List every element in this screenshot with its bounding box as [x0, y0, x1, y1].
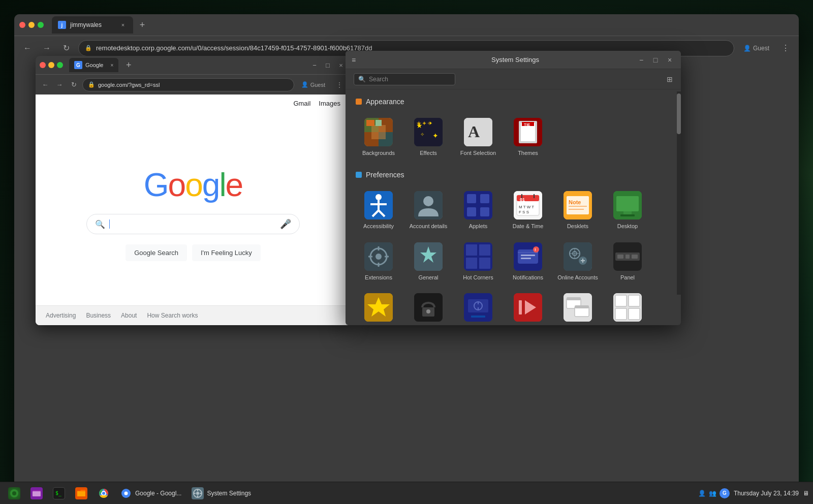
inner-profile-btn[interactable]: 👤 Guest	[297, 79, 329, 90]
ss-item-preferred-applications[interactable]: Preferred Applications	[356, 289, 401, 325]
inner-menu-btn[interactable]: ⋮	[332, 78, 347, 92]
svg-rect-3	[371, 125, 386, 139]
screensaver-label: Screensaver	[462, 325, 494, 325]
ss-close-btn[interactable]: ×	[665, 55, 675, 65]
inner-new-tab-button[interactable]: +	[121, 58, 136, 72]
ss-item-window-tiling[interactable]: Window Tiling	[605, 289, 650, 325]
taskbar-google-icon[interactable]: G	[720, 488, 730, 498]
minimize-button-outer[interactable]	[28, 22, 35, 28]
inner-profile-icon: 👤	[301, 81, 308, 88]
how-search-works-link[interactable]: How Search works	[147, 312, 198, 319]
inner-maximize-win-btn[interactable]: □	[322, 59, 333, 71]
ss-title: System Settings	[356, 56, 675, 64]
ss-item-applets[interactable]: Applets	[455, 187, 501, 234]
taskbar-file-manager[interactable]	[26, 484, 47, 502]
ss-scrollbar[interactable]	[677, 91, 681, 295]
inner-maximize-button[interactable]	[57, 62, 63, 68]
inner-reload-btn[interactable]: ↻	[68, 79, 79, 90]
taskbar-terminal[interactable]: $_	[49, 484, 69, 502]
ss-item-privacy[interactable]: Privacy	[405, 289, 451, 325]
traffic-lights	[19, 22, 44, 28]
active-tab[interactable]: j jimmywales ×	[52, 16, 133, 34]
ss-item-screensaver[interactable]: Screensaver	[455, 289, 501, 325]
account-details-icon	[414, 191, 443, 219]
ss-search-placeholder: Search	[369, 76, 388, 83]
taskbar-system-settings-task[interactable]: System Settings	[187, 484, 255, 502]
backgrounds-label: Backgrounds	[362, 149, 395, 156]
ss-item-desktop[interactable]: Desktop	[605, 187, 650, 234]
ss-item-extensions[interactable]: Extensions	[356, 238, 401, 285]
mic-icon[interactable]: 🎤	[280, 218, 291, 230]
advertising-link[interactable]: Advertising	[46, 312, 76, 319]
ss-item-online-accounts[interactable]: Online Accounts	[555, 238, 601, 285]
ss-item-backgrounds[interactable]: Backgrounds	[356, 114, 401, 161]
svg-rect-27	[467, 194, 476, 203]
back-button[interactable]: ←	[20, 41, 35, 55]
profile-button[interactable]: 👤 Guest	[739, 43, 773, 54]
svg-point-66	[533, 246, 539, 253]
inner-tab-close[interactable]: ×	[110, 62, 113, 68]
inner-address-bar[interactable]: 🔒 google.com/?gws_rd=ssl	[82, 78, 294, 91]
svg-text:★: ★	[416, 121, 423, 130]
ss-toolbar-icon[interactable]: ⊞	[667, 75, 673, 83]
ss-item-startup-applications[interactable]: Startup Applications	[505, 289, 551, 325]
close-button-outer[interactable]	[19, 22, 25, 28]
business-link[interactable]: Business	[86, 312, 111, 319]
inner-close-win-btn[interactable]: ×	[335, 59, 347, 71]
ss-maximize-btn[interactable]: □	[650, 55, 661, 65]
svg-rect-45	[616, 196, 639, 211]
reload-button[interactable]: ↻	[59, 41, 73, 55]
ss-item-hot-corners[interactable]: Hot Corners	[455, 238, 501, 285]
google-task-label: Google - Googl...	[135, 490, 181, 497]
taskbar-cinnamon-menu[interactable]	[4, 484, 24, 502]
tab-close-button[interactable]: ×	[119, 21, 127, 29]
desklets-icon: Note	[564, 191, 592, 219]
inner-minimize-win-btn[interactable]: −	[309, 59, 320, 71]
inner-addressbar: ← → ↻ 🔒 google.com/?gws_rd=ssl 👤 Guest ⋮	[36, 74, 351, 94]
taskbar-google-task[interactable]: Google - Googl...	[116, 484, 185, 502]
backgrounds-icon	[364, 118, 393, 146]
google-search-bar[interactable]: 🔍 🎤	[86, 214, 300, 234]
taskbar-files[interactable]	[71, 484, 91, 502]
online-accounts-label: Online Accounts	[557, 274, 598, 281]
ss-item-windows[interactable]: Windows	[555, 289, 601, 325]
taskbar-chrome-browser[interactable]	[93, 484, 114, 502]
inner-back-btn[interactable]: ←	[40, 79, 51, 90]
maximize-button-outer[interactable]	[38, 22, 44, 28]
ss-item-themes[interactable]: TIE Themes	[505, 114, 551, 161]
inner-forward-btn[interactable]: →	[54, 79, 65, 90]
google-search-button[interactable]: Google Search	[126, 244, 187, 261]
ss-item-desklets[interactable]: Note Desklets	[555, 187, 601, 234]
profile-icon: 👤	[743, 45, 751, 52]
ss-item-notifications[interactable]: ! Notifications	[505, 238, 551, 285]
forward-button[interactable]: →	[40, 41, 54, 55]
ss-item-account-details[interactable]: Account details	[405, 187, 451, 234]
taskbar-network-icon[interactable]: 👥	[709, 490, 716, 497]
logo-o1: o	[168, 167, 185, 203]
logo-e: e	[226, 167, 243, 203]
about-link[interactable]: About	[121, 312, 137, 319]
ss-item-general[interactable]: General	[405, 238, 451, 285]
ss-item-date-time[interactable]: 01 M T W T F S S Date & Time	[505, 187, 551, 234]
ss-item-effects[interactable]: ★ ✦ ✧ ✦ Effects	[405, 114, 451, 161]
ss-item-accessibility[interactable]: Accessibility	[356, 187, 401, 234]
chrome-menu-button[interactable]: ⋮	[778, 41, 793, 55]
taskbar-display-icon[interactable]: 🖥	[803, 490, 809, 497]
preferred-applications-label: Preferred Applications	[358, 325, 399, 325]
ss-item-panel[interactable]: Panel	[605, 238, 650, 285]
ss-search-bar[interactable]: 🔍 Search	[354, 73, 455, 85]
ss-scrollbar-thumb[interactable]	[677, 93, 681, 134]
preferences-grid: Accessibility Account details	[356, 187, 671, 325]
taskbar-user-icon[interactable]: 👤	[698, 490, 706, 497]
feeling-lucky-button[interactable]: I'm Feeling Lucky	[192, 244, 261, 261]
images-link[interactable]: Images	[319, 100, 340, 107]
ss-item-font-selection[interactable]: A Font Selection	[455, 114, 501, 161]
inner-minimize-button[interactable]	[48, 62, 54, 68]
ss-menu-icon[interactable]: ≡	[352, 56, 356, 64]
system-settings-task-icon	[192, 487, 204, 499]
svg-rect-59	[466, 258, 477, 269]
ss-minimize-btn[interactable]: −	[636, 55, 646, 65]
new-tab-button[interactable]: +	[135, 18, 149, 32]
inner-active-tab[interactable]: G Google ×	[69, 58, 118, 72]
inner-close-button[interactable]	[40, 62, 46, 68]
